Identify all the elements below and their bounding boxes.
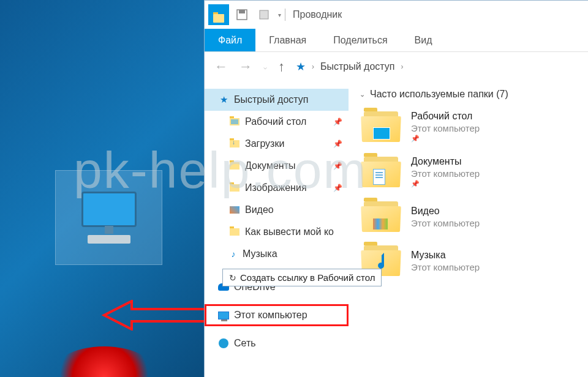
- folder-location: Этот компьютер: [411, 218, 480, 228]
- desktop-background: [0, 0, 204, 377]
- folder-location: Этот компьютер: [411, 262, 480, 272]
- create-shortcut-tooltip: ↻ Создать ссылку в Рабочий стол: [222, 269, 382, 286]
- pc-icon: [218, 310, 229, 321]
- svg-rect-2: [260, 10, 268, 19]
- pin-icon: 📌: [333, 184, 342, 192]
- tree-label: Загрузки: [245, 138, 284, 149]
- tab-file[interactable]: Файл: [205, 29, 255, 51]
- back-button[interactable]: ←: [214, 59, 228, 75]
- tree-label: Рабочий стол: [245, 116, 306, 127]
- folder-name: Видео: [411, 206, 480, 217]
- titlebar: ▾ Проводник: [205, 1, 588, 29]
- tree-label: Сеть: [234, 338, 256, 349]
- tree-label: Быстрый доступ: [234, 94, 309, 105]
- folder-name: Рабочий стол: [411, 111, 480, 122]
- file-explorer-window: ▾ Проводник Файл Главная Поделиться Вид …: [204, 0, 588, 377]
- svg-rect-1: [239, 10, 245, 13]
- tree-label: Изображения: [245, 182, 307, 193]
- tree-downloads[interactable]: Загрузки 📌: [205, 133, 349, 155]
- tree-pictures[interactable]: Изображения 📌: [205, 177, 349, 199]
- tree-label: Как вывести мой ко: [245, 226, 334, 237]
- breadcrumb-quick-access[interactable]: Быстрый доступ: [320, 61, 395, 72]
- breadcrumb-separator: ›: [312, 62, 314, 71]
- ribbon-tabs: Файл Главная Поделиться Вид: [205, 29, 588, 52]
- folder-name: Музыка: [411, 250, 480, 261]
- pin-icon: 📌: [333, 118, 342, 126]
- tree-label: Этот компьютер: [234, 310, 307, 321]
- tab-home[interactable]: Главная: [255, 29, 320, 51]
- link-icon: ↻: [229, 273, 236, 283]
- folder-name: Документы: [411, 156, 480, 167]
- frequent-folders-header[interactable]: ⌄ Часто используемые папки (7): [360, 89, 577, 100]
- desktop-drop-target[interactable]: [55, 170, 162, 265]
- properties-icon[interactable]: [255, 6, 273, 24]
- tree-quick-access[interactable]: ★ Быстрый доступ: [205, 89, 349, 111]
- group-label: Часто используемые папки (7): [370, 89, 508, 100]
- tree-documents[interactable]: Документы 📌: [205, 155, 349, 177]
- folder-icon: [229, 182, 240, 193]
- chevron-down-icon: ⌄: [360, 91, 365, 99]
- tab-view[interactable]: Вид: [401, 29, 446, 51]
- address-breadcrumb[interactable]: ★ › Быстрый доступ ›: [296, 60, 404, 73]
- folder-location: Этот компьютер: [411, 123, 480, 133]
- quick-access-star-icon: ★: [296, 60, 306, 73]
- tree-label: Видео: [245, 204, 274, 215]
- tab-share[interactable]: Поделиться: [320, 29, 401, 51]
- folder-icon: [229, 226, 240, 237]
- tree-custom-folder[interactable]: Как вывести мой ко: [205, 221, 349, 243]
- tree-desktop[interactable]: Рабочий стол 📌: [205, 111, 349, 133]
- folder-icon: [229, 160, 240, 171]
- folder-item-videos[interactable]: Видео Этот компьютер: [360, 199, 577, 234]
- breadcrumb-separator: ›: [401, 62, 404, 71]
- annotation-arrow: [101, 300, 208, 330]
- music-icon: [229, 250, 238, 258]
- navigation-bar: ← → ⌵ ↑ ★ › Быстрый доступ ›: [205, 52, 588, 81]
- folder-icon: [229, 116, 240, 127]
- shortcut-tooltip-text: Создать ссылку в Рабочий стол: [240, 272, 375, 283]
- video-icon: [229, 204, 240, 215]
- folder-item-desktop[interactable]: Рабочий стол Этот компьютер 📌: [360, 108, 577, 145]
- pin-icon: 📌: [333, 162, 342, 170]
- folder-large-icon: [362, 111, 400, 142]
- content-pane: ⌄ Часто используемые папки (7) Рабочий с…: [349, 81, 588, 377]
- qat-dropdown-caret[interactable]: ▾: [278, 12, 281, 18]
- network-icon: [218, 338, 229, 349]
- folder-item-documents[interactable]: Документы Этот компьютер 📌: [360, 154, 577, 190]
- folder-location: Этот компьютер: [411, 168, 480, 179]
- tree-label: Документы: [245, 160, 295, 171]
- navigation-tree: ★ Быстрый доступ Рабочий стол 📌 Загрузки…: [205, 81, 349, 377]
- star-icon: ★: [218, 94, 229, 105]
- pin-icon: 📌: [411, 180, 480, 188]
- recent-dropdown[interactable]: ⌵: [263, 64, 267, 70]
- this-pc-desktop-icon: [75, 184, 143, 252]
- folder-item-music[interactable]: Музыка Этот компьютер: [360, 243, 577, 278]
- window-title: Проводник: [293, 9, 342, 20]
- forward-button[interactable]: →: [239, 59, 252, 75]
- folder-large-icon: [362, 157, 400, 187]
- tree-videos[interactable]: Видео: [205, 199, 349, 221]
- tree-network[interactable]: Сеть: [205, 332, 349, 354]
- folder-large-icon: [362, 201, 400, 232]
- folder-icon: [229, 138, 240, 149]
- tree-music[interactable]: Музыка: [205, 243, 349, 265]
- tree-label: Музыка: [243, 248, 277, 259]
- pin-icon: 📌: [411, 135, 480, 143]
- quick-access-save-icon[interactable]: [233, 6, 251, 24]
- decorative-glow: [49, 346, 159, 377]
- up-button[interactable]: ↑: [278, 59, 285, 75]
- pin-icon: 📌: [333, 140, 342, 148]
- explorer-app-icon[interactable]: [208, 4, 229, 25]
- tree-this-pc[interactable]: Этот компьютер: [205, 304, 349, 326]
